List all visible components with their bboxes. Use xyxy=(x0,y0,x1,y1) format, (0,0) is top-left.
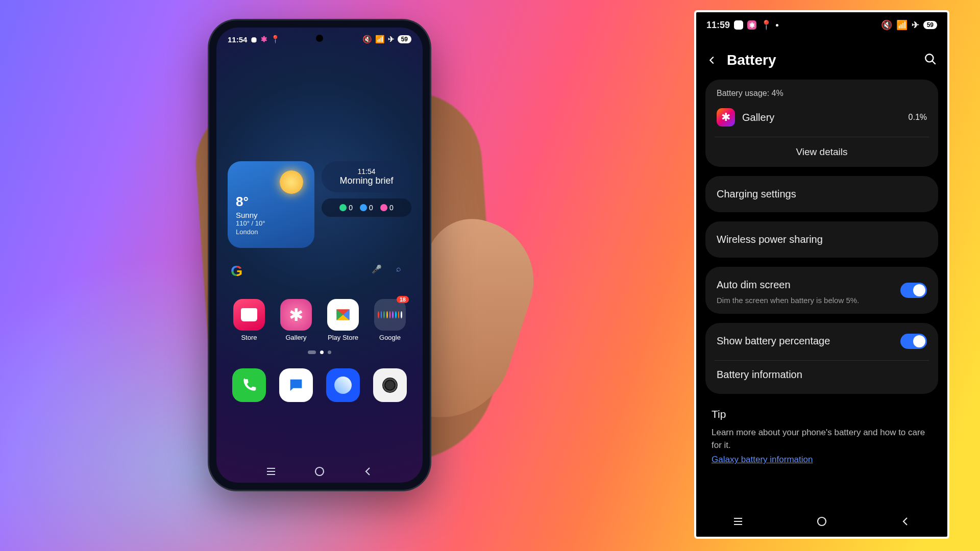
app-label: Google xyxy=(370,334,410,341)
tip-text: Learn more about your phone's battery an… xyxy=(712,427,932,452)
status-bar-right: 11:59 ✱ 📍 🔇 📶 ✈ 59 xyxy=(696,12,947,38)
nav-back[interactable] xyxy=(898,514,913,529)
gallery-status-icon: ✱ xyxy=(747,20,756,30)
hand-holding-phone: 11:54 ⏺ ✱ 📍 🔇 📶 ✈ 59 8° Sunny 110° xyxy=(143,36,541,505)
dock-messages[interactable] xyxy=(279,368,313,402)
weather-condition: Sunny xyxy=(236,211,306,219)
weather-temp: 8° xyxy=(236,194,306,210)
dock-browser[interactable] xyxy=(326,368,360,402)
status-time: 11:54 xyxy=(228,35,247,44)
app-google-folder[interactable]: 18 Google xyxy=(370,299,410,341)
show-percentage-toggle[interactable] xyxy=(900,334,927,349)
usage-label: Battery usage: 4% xyxy=(717,89,927,98)
airplane-icon: ✈ xyxy=(912,19,919,31)
search-button[interactable] xyxy=(924,53,937,68)
auto-dim-row[interactable]: Auto dim screen Dim the screen when batt… xyxy=(705,267,938,314)
nav-home[interactable] xyxy=(312,464,327,479)
nav-recents[interactable] xyxy=(731,514,745,529)
dock-camera[interactable] xyxy=(373,368,407,402)
usage-app-pct: 0.1% xyxy=(909,113,927,122)
app-gallery[interactable]: Gallery xyxy=(276,299,316,341)
usage-app-name: Gallery xyxy=(742,112,774,123)
auto-dim-toggle[interactable] xyxy=(900,283,927,298)
app-store[interactable]: Store xyxy=(229,299,270,341)
tip-link[interactable]: Galaxy battery information xyxy=(712,455,813,465)
mute-icon: 🔇 xyxy=(881,19,892,31)
record-icon: ⏺ xyxy=(250,35,258,44)
gallery-status-icon: ✱ xyxy=(261,35,267,44)
phone-right-frame: 11:59 ✱ 📍 🔇 📶 ✈ 59 Battery Battery usage… xyxy=(694,10,949,539)
wireless-power-sharing-row[interactable]: Wireless power sharing xyxy=(705,221,938,258)
play-store-icon xyxy=(327,299,359,331)
weather-range: 110° / 10° xyxy=(236,219,306,227)
status-time: 11:59 xyxy=(706,20,730,31)
nav-back[interactable] xyxy=(361,464,375,479)
location-status-icon: 📍 xyxy=(761,19,772,31)
battery-information-row[interactable]: Battery information xyxy=(717,361,927,384)
airplane-icon: ✈ xyxy=(388,35,395,44)
app-label: Play Store xyxy=(323,334,363,341)
svg-point-2 xyxy=(818,517,826,525)
page-indicator[interactable] xyxy=(216,350,423,354)
brief-time: 11:54 xyxy=(331,167,402,176)
dock-phone[interactable] xyxy=(232,368,266,402)
nav-bar-right xyxy=(696,506,947,537)
charging-settings-row[interactable]: Charging settings xyxy=(705,176,938,212)
battery-usage-card: Battery usage: 4% ✱ Gallery 0.1% View de… xyxy=(705,80,938,167)
show-battery-percentage-row[interactable]: Show battery percentage xyxy=(717,332,927,358)
nav-recents[interactable] xyxy=(264,464,278,479)
tip-title: Tip xyxy=(712,408,932,420)
sun-icon xyxy=(280,170,303,194)
app-play-store[interactable]: Play Store xyxy=(323,299,363,341)
nav-bar-left xyxy=(216,464,423,479)
brief-label: Morning brief xyxy=(331,176,402,186)
svg-point-1 xyxy=(925,54,933,62)
svg-point-0 xyxy=(315,467,324,475)
wifi-icon: 📶 xyxy=(375,35,385,44)
google-folder-icon: 18 xyxy=(374,299,406,331)
view-details-button[interactable]: View details xyxy=(717,137,927,158)
nav-home[interactable] xyxy=(815,514,829,529)
health-widget[interactable]: 0 0 0 xyxy=(322,198,411,217)
google-g-icon: G xyxy=(231,262,247,279)
back-button[interactable] xyxy=(706,55,718,66)
display-options-card: Show battery percentage Battery informat… xyxy=(705,323,938,394)
front-camera xyxy=(316,35,323,42)
phone-left-frame: 11:54 ⏺ ✱ 📍 🔇 📶 ✈ 59 8° Sunny 110° xyxy=(209,20,430,490)
usage-app-row[interactable]: ✱ Gallery 0.1% xyxy=(717,105,927,135)
app-label: Gallery xyxy=(276,334,316,341)
tip-section: Tip Learn more about your phone's batter… xyxy=(696,403,947,465)
weather-city: London xyxy=(236,228,306,236)
google-search-bar[interactable]: G 🎤 ⌕ xyxy=(231,262,408,279)
morning-brief-widget[interactable]: 11:54 Morning brief xyxy=(322,161,411,192)
weather-widget[interactable]: 8° Sunny 110° / 10° London xyxy=(228,161,314,248)
app-label: Store xyxy=(229,334,270,341)
mic-icon[interactable]: 🎤 xyxy=(372,264,384,277)
gallery-app-icon: ✱ xyxy=(717,108,735,127)
dock xyxy=(216,354,423,402)
page-title: Battery xyxy=(727,52,776,68)
store-icon xyxy=(233,299,265,331)
pip-status-icon xyxy=(734,20,743,30)
settings-header: Battery xyxy=(696,38,947,80)
battery-pill: 59 xyxy=(923,21,937,29)
mute-icon: 🔇 xyxy=(362,35,372,44)
more-notifications-icon xyxy=(776,24,778,27)
lens-icon[interactable]: ⌕ xyxy=(396,264,408,277)
notification-badge: 18 xyxy=(397,296,409,303)
battery-pill: 59 xyxy=(398,35,411,43)
home-screen: 11:54 ⏺ ✱ 📍 🔇 📶 ✈ 59 8° Sunny 110° xyxy=(216,28,423,483)
wifi-icon: 📶 xyxy=(896,19,908,31)
gallery-icon xyxy=(280,299,312,331)
location-status-icon: 📍 xyxy=(271,35,280,44)
